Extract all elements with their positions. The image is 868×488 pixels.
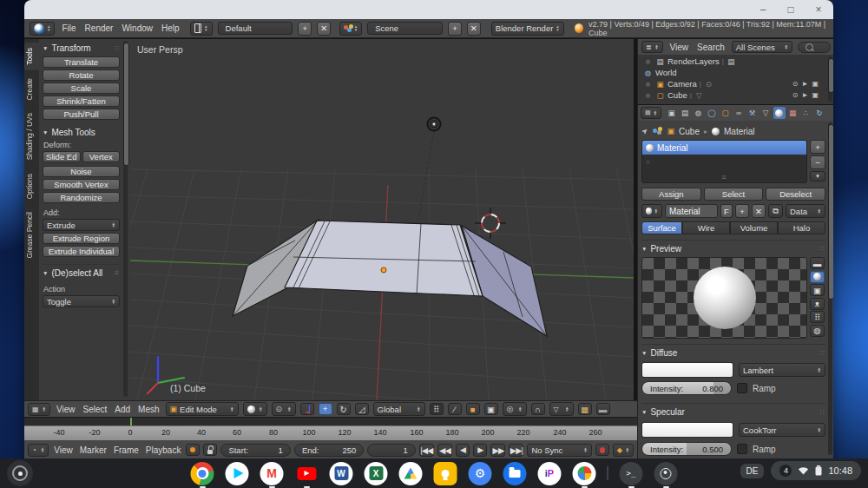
timeline-editor-type-button[interactable]: ◔ (28, 444, 49, 457)
mode-volume-button[interactable]: Volume (730, 221, 778, 234)
tab-options[interactable]: Options (24, 168, 39, 204)
outliner-item-cube[interactable]: ○ ▢ Cube| ▽ ⊙ ► ▣ (638, 89, 827, 101)
mode-surface-button[interactable]: Surface (641, 221, 682, 234)
scene-add-button[interactable]: + (448, 22, 462, 36)
transform-orientation-select[interactable]: Global (373, 402, 425, 416)
preview-cube-button[interactable]: ▣ (810, 284, 825, 296)
outliner-menu-search[interactable]: Search (695, 43, 727, 52)
selectability-icon[interactable]: ► (802, 91, 809, 99)
outliner-scroll-thumb[interactable] (828, 58, 833, 93)
outliner-filter-select[interactable]: All Scenes (732, 41, 792, 53)
tool-shelf-scroll-thumb[interactable] (123, 43, 129, 166)
select-button[interactable]: Select (704, 188, 764, 201)
outliner-editor-type-button[interactable]: ≣ (641, 41, 663, 53)
properties-editor-type-button[interactable]: ▤ (641, 107, 661, 119)
outliner-item-world[interactable]: ◍ World (638, 67, 827, 78)
link-data-select[interactable]: Data (786, 204, 825, 218)
viewport-menu-view[interactable]: View (55, 405, 77, 414)
scene-browse-button[interactable] (339, 22, 362, 36)
panel-deselect-all-header[interactable]: (De)select All≡ (43, 268, 120, 278)
menu-help[interactable]: Help (160, 23, 181, 33)
viewport-menu-select[interactable]: Select (82, 405, 109, 414)
google-drive-icon[interactable] (399, 462, 423, 485)
preview-monkey-button[interactable]: ᴥ (810, 298, 825, 310)
tab-tools[interactable]: Tools (24, 43, 39, 70)
slot-add-button[interactable]: + (810, 140, 825, 154)
google-photos-icon[interactable] (573, 462, 596, 485)
youtube-icon[interactable] (295, 462, 319, 485)
snap-element-select[interactable]: ▽ (549, 402, 574, 416)
tab-modifiers[interactable]: ⚒ (746, 107, 759, 119)
launcher-button[interactable] (7, 460, 33, 486)
word-icon[interactable]: W (330, 462, 353, 485)
fake-user-button[interactable]: F (720, 204, 733, 218)
tab-object[interactable]: ▢ (720, 107, 732, 119)
smooth-vertex-button[interactable]: Smooth Vertex (43, 179, 120, 190)
face-select-button[interactable]: ■ (466, 403, 480, 415)
expander-icon[interactable]: ○ (643, 57, 653, 66)
timeline-menu-view[interactable]: View (52, 445, 75, 455)
mode-halo-button[interactable]: Halo (778, 221, 825, 234)
render-engine-select[interactable]: Blender Render (491, 22, 564, 36)
tab-constraints[interactable]: ∞ (733, 107, 745, 119)
viewport-editor-type-button[interactable]: ▦ (28, 403, 50, 416)
scale-button[interactable]: Scale (43, 82, 120, 94)
tab-object-data[interactable]: ▽ (760, 107, 772, 119)
single-user-button[interactable]: ⧉ (768, 204, 783, 218)
blender-app-icon[interactable] (654, 462, 678, 485)
diffuse-color-swatch[interactable] (641, 362, 733, 378)
files-icon[interactable] (503, 462, 527, 485)
deselect-button[interactable]: Deselect (766, 188, 825, 201)
interaction-mode-select[interactable]: ▣ Edit Mode (166, 402, 239, 416)
sync-mode-select[interactable]: No Sync (527, 444, 591, 457)
vertex-select-button[interactable]: ⠿ (430, 403, 444, 415)
opengl-render-anim-button[interactable]: ▬ (596, 403, 610, 415)
minimize-icon[interactable]: – (757, 4, 769, 15)
layout-browse-button[interactable] (190, 22, 213, 36)
tab-shading-uvs[interactable]: Shading / UVs (24, 108, 39, 165)
play-button[interactable]: ▶ (473, 444, 487, 457)
timeline-track-area[interactable] (24, 418, 637, 425)
opengl-render-button[interactable]: ▦ (578, 403, 592, 415)
proportional-edit-select[interactable]: ◎ (503, 402, 527, 416)
play-reverse-button[interactable]: ◀ (456, 444, 470, 457)
keying-lock-button[interactable] (203, 444, 217, 456)
extrude-region-button[interactable]: Extrude Region (43, 233, 120, 244)
extrude-individual-button[interactable]: Extrude Individual (43, 246, 120, 257)
slide-edge-button[interactable]: Slide Ed (43, 151, 81, 162)
photos-ip-icon[interactable]: iP (538, 462, 562, 485)
jump-to-end-button[interactable]: ▶▶| (509, 444, 523, 457)
material-browse-button[interactable] (641, 204, 662, 218)
viewport-menu-mesh[interactable]: Mesh (136, 405, 161, 414)
window-titlebar[interactable]: – □ × (24, 0, 833, 19)
outliner-item-renderlayers[interactable]: ○ ▤ RenderLayers| ▤ (638, 56, 827, 67)
tab-render-layers[interactable]: ▤ (679, 107, 691, 119)
panel-diffuse-header[interactable]: Diffuse∷ (641, 348, 825, 358)
edited-mesh-object[interactable] (233, 220, 547, 336)
scale-manipulator-button[interactable]: ◿ (355, 403, 369, 415)
material-slot-item[interactable]: Material (642, 141, 806, 155)
specular-ramp-checkbox[interactable] (737, 444, 747, 454)
auto-keyframe-button[interactable] (186, 444, 200, 456)
frame-end-field[interactable]: End:250 (294, 444, 365, 457)
play-store-icon[interactable] (226, 462, 249, 485)
timeline-menu-marker[interactable]: Marker (78, 445, 108, 455)
diffuse-intensity-slider[interactable]: Intensity:0.800 (641, 381, 732, 395)
render-visibility-icon[interactable]: ▣ (812, 80, 819, 88)
panel-transform-header[interactable]: Transform∷ (43, 43, 120, 53)
new-material-button[interactable]: + (735, 204, 749, 218)
manipulator-toggle-button[interactable] (300, 403, 314, 415)
settings-icon[interactable]: ⚙ (469, 462, 492, 485)
system-tray[interactable]: 4 10:48 (771, 461, 861, 480)
list-resize-grip[interactable]: ≡ (721, 173, 727, 181)
visibility-eye-icon[interactable]: ⊙ (792, 80, 799, 88)
tab-physics[interactable]: ↻ (813, 107, 825, 119)
tab-scene[interactable]: ◍ (693, 107, 705, 119)
preview-hair-button[interactable]: ⠿ (810, 311, 825, 323)
viewport-menu-add[interactable]: Add (113, 405, 132, 414)
vertex-slide-button[interactable]: Vertex (82, 151, 121, 162)
current-frame-indicator[interactable] (130, 418, 132, 425)
pivot-center-select[interactable]: ⊙ (272, 402, 296, 416)
panel-mesh-tools-header[interactable]: Mesh Tools (43, 128, 120, 137)
maximize-icon[interactable]: □ (785, 4, 797, 15)
